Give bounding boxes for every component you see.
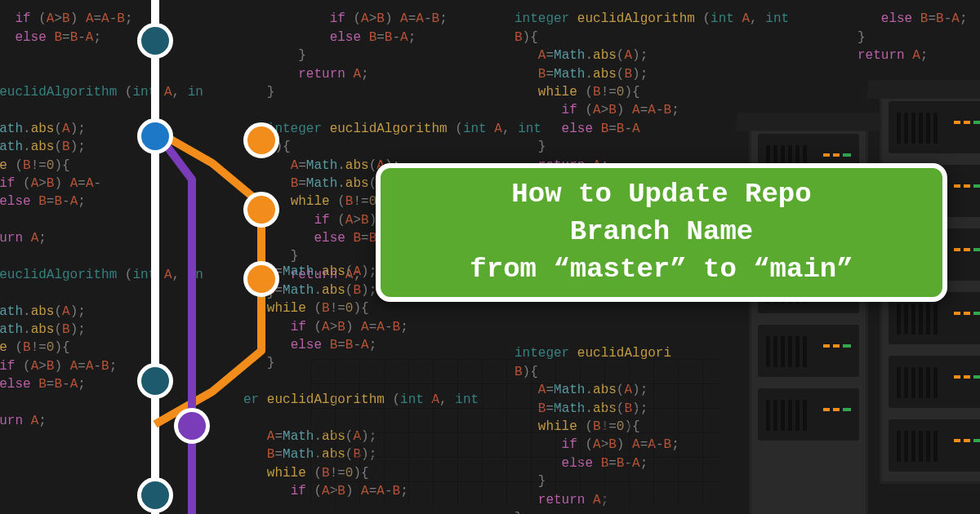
title-line1: How to Update Repo (511, 176, 811, 214)
commit-node-icon (137, 23, 173, 59)
commit-node-icon (243, 261, 279, 297)
commit-node-icon (137, 363, 173, 399)
git-graph-icon (114, 0, 327, 514)
title-line2: Branch Name (570, 214, 753, 251)
title-card: How to Update Repo Branch Name from “mas… (376, 163, 947, 302)
title-line3: from “master” to “main” (470, 251, 853, 289)
commit-node-icon (137, 477, 173, 513)
decorative-grid (310, 359, 719, 506)
commit-node-icon (174, 408, 210, 444)
commit-node-icon (243, 122, 279, 158)
commit-node-icon (243, 192, 279, 228)
commit-node-icon (137, 118, 173, 154)
